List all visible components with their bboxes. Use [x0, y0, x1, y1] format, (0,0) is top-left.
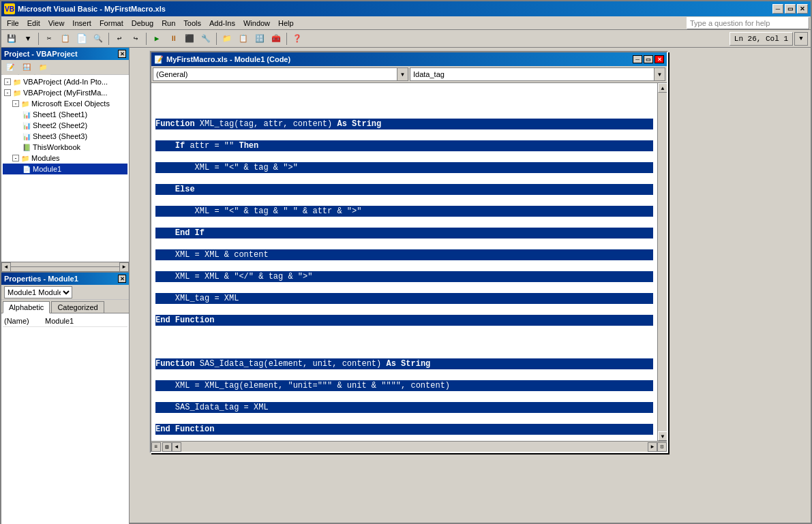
toolbar-break-btn[interactable]: ⏸ [166, 31, 181, 46]
close-button[interactable]: ✕ [797, 4, 808, 14]
hscroll-left[interactable]: ◄ [1, 262, 11, 272]
properties-name-select[interactable]: Module1 Module [4, 286, 72, 298]
hscroll-right[interactable]: ► [119, 262, 129, 272]
proj-view-obj-btn[interactable]: 🪟 [19, 60, 34, 75]
code-hscrollbar[interactable]: ◄ ► [172, 442, 657, 452]
tree-modules[interactable]: - 📁 Modules [3, 153, 127, 164]
toolbar-find-btn[interactable]: 🔍 [91, 31, 106, 46]
code-line-1: Function XML_tag(tag, attr, content) As … [155, 119, 653, 129]
restore-button[interactable]: ▭ [785, 4, 796, 14]
tree-module1[interactable]: 📄 Module1 [3, 164, 127, 174]
code-text-area[interactable]: Function XML_tag(tag, attr, content) As … [151, 83, 657, 441]
left-panel: Project - VBAProject ✕ 📝 🪟 📁 - 📁 VBAProj… [1, 48, 130, 524]
code-line-6: End If [155, 228, 653, 238]
project-hscrollbar[interactable]: ◄ ► [1, 262, 129, 271]
menu-addins[interactable]: Add-Ins [205, 18, 239, 29]
toolbar-props-btn[interactable]: 📋 [236, 31, 251, 46]
code-dropdown-general[interactable]: (General) ▼ [153, 67, 408, 81]
menu-format[interactable]: Format [95, 18, 127, 29]
vscroll-track[interactable] [658, 93, 667, 431]
vscroll-up[interactable]: ▲ [658, 83, 667, 93]
tree-expand-modules[interactable]: - [12, 155, 19, 161]
toolbar-help-btn[interactable]: ❓ [290, 31, 305, 46]
code-minimize-btn[interactable]: ─ [633, 55, 642, 63]
toolbar-paste-btn[interactable]: 📄 [74, 31, 89, 46]
tree-label-sheet2: Sheet2 (Sheet2) [33, 121, 87, 129]
tree-sheet1[interactable]: 📊 Sheet1 (Sheet1) [3, 109, 127, 120]
proj-toggle-folds-btn[interactable]: 📁 [35, 60, 50, 75]
tree-excel-objects[interactable]: - 📁 Microsoft Excel Objects [3, 98, 127, 109]
project-tree: - 📁 VBAProject (Add-In Pto... - 📁 VBAPro… [1, 75, 129, 262]
project-panel-close[interactable]: ✕ [118, 50, 126, 58]
toolbar-design-btn[interactable]: 🔧 [198, 31, 213, 46]
tree-expand-myfirst[interactable]: - [4, 89, 11, 96]
code-line-4: Else [155, 184, 653, 195]
code-dropdown-idata[interactable]: Idata_tag ▼ [410, 67, 665, 81]
menu-window[interactable]: Window [239, 18, 274, 29]
toolbar-run-btn[interactable]: ▶ [149, 31, 164, 46]
code-line-0 [155, 97, 653, 108]
hscroll-code-left[interactable]: ◄ [172, 442, 181, 452]
tree-label-sheet1: Sheet1 (Sheet1) [33, 110, 87, 119]
toolbar-sep-5 [286, 33, 287, 45]
code-vscrollbar[interactable]: ▲ ▼ [657, 83, 667, 441]
code-view-proc-btn[interactable]: ≡ [151, 442, 161, 452]
tree-folder-icon-modules: 📁 [20, 153, 30, 163]
toolbar-status-btn[interactable]: ▼ [794, 32, 808, 46]
code-dropdown-general-text: (General) [153, 70, 397, 78]
props-key-name: (Name) [3, 317, 44, 325]
toolbar-undo-btn[interactable]: ↩ [112, 31, 127, 46]
menu-run[interactable]: Run [157, 18, 179, 29]
code-dropdowns: (General) ▼ Idata_tag ▼ [151, 66, 667, 83]
hscroll-code-right[interactable]: ► [648, 442, 657, 452]
toolbar-redo-btn[interactable]: ↪ [128, 31, 143, 46]
toolbar-toolbox-btn[interactable]: 🧰 [269, 31, 284, 46]
code-window-resize[interactable]: ⊡ [657, 442, 667, 452]
toolbar-reset-btn[interactable]: ⬛ [182, 31, 197, 46]
help-search-box[interactable]: Type a question for help [687, 17, 809, 29]
code-close-btn[interactable]: ✕ [655, 55, 664, 63]
code-line-9: XML_tag = XML [155, 293, 653, 304]
toolbar-status-area: Ln 26, Col 1 ▼ [730, 32, 808, 46]
code-line-10: End Function [155, 315, 653, 326]
menu-tools[interactable]: Tools [179, 18, 205, 29]
menu-debug[interactable]: Debug [127, 18, 157, 29]
toolbar-save-btn[interactable]: 💾 [4, 31, 19, 46]
vscroll-down[interactable]: ▼ [658, 431, 667, 441]
properties-panel-title: Properties - Module1 [4, 275, 78, 283]
toolbar-objbr-btn[interactable]: 🔠 [252, 31, 267, 46]
tree-folder-icon-excel: 📁 [20, 99, 30, 108]
toolbar-dropdown-btn[interactable]: ▼ [20, 31, 35, 46]
toolbar-projexp-btn[interactable]: 📁 [220, 31, 235, 46]
tree-vbaproject-myfirst[interactable]: - 📁 VBAProject (MyFirstMa... [3, 87, 127, 98]
vbe-window: VB Microsoft Visual Basic - MyFirstMacro… [0, 0, 812, 524]
properties-panel-close[interactable]: ✕ [118, 275, 126, 283]
tab-categorized[interactable]: Categorized [51, 301, 104, 313]
tree-vbaproject-addin[interactable]: - 📁 VBAProject (Add-In Pto... [3, 76, 127, 87]
code-title-bar: 📝 MyFirstMacro.xls - Module1 (Code) ─ ▭ … [151, 52, 667, 66]
tree-expand-excel[interactable]: - [12, 100, 19, 107]
code-restore-btn[interactable]: ▭ [644, 55, 653, 63]
menu-insert[interactable]: Insert [68, 18, 95, 29]
tree-label-excel: Microsoft Excel Objects [31, 99, 110, 108]
tree-sheet3[interactable]: 📊 Sheet3 (Sheet3) [3, 131, 127, 142]
menu-help[interactable]: Help [274, 18, 298, 29]
minimize-button[interactable]: ─ [772, 4, 783, 14]
toolbar-cut-btn[interactable]: ✂ [42, 31, 57, 46]
tab-alphabetic[interactable]: Alphabetic [3, 301, 50, 313]
menu-view[interactable]: View [44, 18, 69, 29]
tree-sheet2[interactable]: 📊 Sheet2 (Sheet2) [3, 120, 127, 131]
tree-thisworkbook[interactable]: 📗 ThisWorkbook [3, 142, 127, 153]
menu-edit[interactable]: Edit [23, 18, 44, 29]
proj-view-code-btn[interactable]: 📝 [3, 60, 18, 75]
code-dropdown-idata-arrow[interactable]: ▼ [654, 68, 665, 80]
tree-expand-addin[interactable]: - [4, 78, 11, 85]
code-line-14: SAS_Idata_tag = XML [155, 402, 653, 413]
props-val-name: Module1 [44, 317, 127, 325]
code-dropdown-general-arrow[interactable]: ▼ [397, 68, 408, 80]
menu-file[interactable]: File [3, 18, 23, 29]
help-search-placeholder: Type a question for help [690, 19, 770, 27]
code-view-module-btn[interactable]: ▤ [162, 442, 172, 452]
tree-label-sheet3: Sheet3 (Sheet3) [33, 132, 87, 140]
toolbar-copy-btn[interactable]: 📋 [58, 31, 73, 46]
